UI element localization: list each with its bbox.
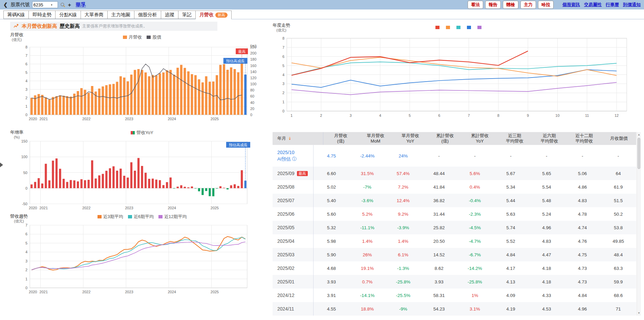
search-icon[interactable] xyxy=(60,2,65,7)
input-dropdown-caret-icon[interactable]: ▾ xyxy=(51,3,52,6)
svg-text:180: 180 xyxy=(250,57,256,61)
stock-code-input-wrap: ▾ xyxy=(32,1,58,8)
svg-text:60: 60 xyxy=(250,94,254,98)
cell: 7.2% xyxy=(385,185,421,190)
table-row-2025-03[interactable]: 2025/035.9026%6.1%14.52-6.7%4.844.474.75… xyxy=(273,248,636,261)
scroll-up-icon[interactable]: ▲ xyxy=(637,132,641,137)
legend-swatch xyxy=(456,26,460,29)
table-row-2024-11[interactable]: 2024/114.5518.8%-9%54.233.1%4.194.534.96… xyxy=(273,302,636,316)
tab-即時走勢[interactable]: 即時走勢 xyxy=(28,10,56,19)
svg-text:5: 5 xyxy=(282,64,284,68)
svg-text:120: 120 xyxy=(250,76,256,80)
yoy-chart[interactable]: 150100500-50202020212022202320242025預估高成… xyxy=(10,138,269,211)
svg-text:預估高成長: 預估高成長 xyxy=(229,143,248,147)
topbar-link-交易屬性[interactable]: 交易屬性 xyxy=(584,2,602,7)
tab-大單券商[interactable]: 大單券商 xyxy=(81,10,108,19)
cell-ym: 2025/03 xyxy=(273,248,314,261)
cell: 4.84 xyxy=(493,252,529,257)
legend-label: 股價 xyxy=(152,35,161,40)
column-header-年月[interactable]: 年月▲▼ xyxy=(273,132,323,145)
monthly-revenue-chart[interactable]: 0123456782020202120222023202420250204060… xyxy=(10,44,269,127)
cell: 3.91 xyxy=(314,293,349,298)
column-header-近十二期: 近十二期平均營收 xyxy=(567,132,602,145)
svg-text:2022: 2022 xyxy=(82,290,90,294)
highest-badge: 最高 xyxy=(297,171,308,176)
sort-icon[interactable]: ▲▼ xyxy=(288,136,291,141)
topbar-link-個股資訊[interactable]: 個股資訊 xyxy=(562,2,580,7)
table-row-2025-06[interactable]: 2025/065.605.2%9.2%31.44-2.3%5.635.244.7… xyxy=(273,207,636,221)
tab-追蹤[interactable]: 追蹤 xyxy=(161,10,178,19)
cell: 5.52 xyxy=(493,239,529,244)
tab-個股分析[interactable]: 個股分析 xyxy=(134,10,161,19)
tab-月營收[interactable]: 月營收新高 xyxy=(195,10,232,19)
topbar-button-主力[interactable]: 主力 xyxy=(520,1,536,9)
table-row-2025-05[interactable]: 2025/055.32-11.1%-3.9%25.82-4.5%5.744.96… xyxy=(273,221,636,234)
svg-text:7: 7 xyxy=(282,45,284,49)
cell: -2.44% xyxy=(349,153,385,158)
topbar-button-看法[interactable]: 看法 xyxy=(468,1,483,9)
svg-text:2021: 2021 xyxy=(40,117,48,121)
table-row-2025-04[interactable]: 2025/045.981.4%1.4%20.50-4.7%5.524.834.7… xyxy=(273,234,636,248)
table-row-2025-07[interactable]: 2025/075.40-3.6%12.4%36.82-0.4%5.445.484… xyxy=(273,194,636,207)
back-icon[interactable]: ❮ xyxy=(3,2,8,8)
cell: 9.2% xyxy=(385,212,421,217)
cell: -25.8% xyxy=(385,279,421,284)
cell: 4.19 xyxy=(493,306,529,312)
table-row-2024-12[interactable]: 2024/123.91-14.1%-25.5%58.311%4.094.334.… xyxy=(273,289,636,302)
cell: 4.73 xyxy=(564,279,600,284)
info-icon[interactable]: ⓘ xyxy=(292,156,297,162)
table-row-2025-01[interactable]: 2025/013.930.7%-25.8%3.93-25.8%4.134.184… xyxy=(273,275,636,289)
scroll-down-icon[interactable]: ▼ xyxy=(637,311,641,316)
svg-text:3: 3 xyxy=(282,82,284,86)
table-scrollbar[interactable]: ▲ ▼ xyxy=(637,132,641,316)
topbar-link-到價通知[interactable]: 到價通知 xyxy=(623,2,641,7)
yearly-chart-block: 年度走勢 (億元) 012345678123456789101112 xyxy=(273,21,641,127)
topbar-link-行事曆[interactable]: 行事曆 xyxy=(606,2,619,7)
topbar-button-體檢[interactable]: 體檢 xyxy=(503,1,518,9)
cell: 5.67 xyxy=(493,171,529,176)
banner-desc: 主要係客戶需求增加導致營收成長。 xyxy=(82,23,147,29)
tab-主力地圖[interactable]: 主力地圖 xyxy=(107,10,134,19)
svg-text:100: 100 xyxy=(250,82,256,86)
topbar-button-哈拉[interactable]: 哈拉 xyxy=(538,1,554,9)
left-pane: 本月營收創新高 歷史新高 主要係客戶需求增加導致營收成長。 月營收 (億元) 月… xyxy=(0,19,269,320)
cell: - xyxy=(600,153,636,158)
cell: 5.63 xyxy=(493,212,529,217)
stock-code-input[interactable] xyxy=(34,2,51,7)
svg-text:-50: -50 xyxy=(22,202,27,206)
stock-name-link[interactable]: 華孚 xyxy=(76,2,86,8)
legend-swatch xyxy=(123,36,127,39)
cell-ym: 2025/02 xyxy=(273,261,314,275)
topbar-buttons: 看法報告體檢主力哈拉 xyxy=(466,1,554,9)
cell: 4.96 xyxy=(529,225,564,230)
tab-分點K線[interactable]: 分點K線 xyxy=(55,10,81,19)
table-header: 年月▲▼月營收(億)單月營收MoM單月營收YoY累計營收(億)累計營收YoY近三… xyxy=(273,132,636,145)
tab-籌碼K線[interactable]: 籌碼K線 xyxy=(3,10,29,19)
scrollbar-thumb[interactable] xyxy=(638,138,640,169)
cell-ym: 2025/07 xyxy=(273,194,314,207)
column-header-累計營收: 累計營收(億) xyxy=(428,132,463,145)
table-row-2025-09[interactable]: 2025/09最高6.6031.5%57.4%48.445.6%5.675.65… xyxy=(273,167,636,180)
table-row-2025-10[interactable]: 2025/10AI預估ⓘ4.75-2.44%24%------ xyxy=(273,145,636,167)
yearly-chart[interactable]: 012345678123456789101112 xyxy=(273,35,640,126)
table-row-2025-02[interactable]: 2025/024.6819.1%-1.3%8.62-14.2%4.174.184… xyxy=(273,261,636,275)
table-row-2025-08[interactable]: 2025/085.02-7%7.2%41.840.4%5.345.544.866… xyxy=(273,180,636,194)
add-stock-icon[interactable]: ＋ xyxy=(67,2,72,8)
svg-text:2021: 2021 xyxy=(40,290,48,294)
trend-chart[interactable]: 01234567202020212022202320242025 xyxy=(10,222,269,295)
cell: 3.1% xyxy=(457,306,493,312)
cell-ym[interactable]: 2025/10AI預估ⓘ xyxy=(273,145,314,167)
svg-text:4: 4 xyxy=(282,73,284,77)
cell-ym: 2025/01 xyxy=(273,275,314,289)
sidebar-expand-icon[interactable] xyxy=(0,163,3,167)
cell: -3.6% xyxy=(349,198,385,203)
cell: 61.9 xyxy=(600,185,636,190)
cell: 4.53 xyxy=(529,306,564,312)
cell: 5.60 xyxy=(314,212,349,217)
svg-text:2021: 2021 xyxy=(40,206,48,210)
tab-筆記[interactable]: 筆記 xyxy=(178,10,196,19)
cell: 4.86 xyxy=(564,185,600,190)
cell: -25.5% xyxy=(385,293,421,298)
svg-text:1: 1 xyxy=(291,113,293,118)
topbar-button-報告[interactable]: 報告 xyxy=(485,1,501,9)
